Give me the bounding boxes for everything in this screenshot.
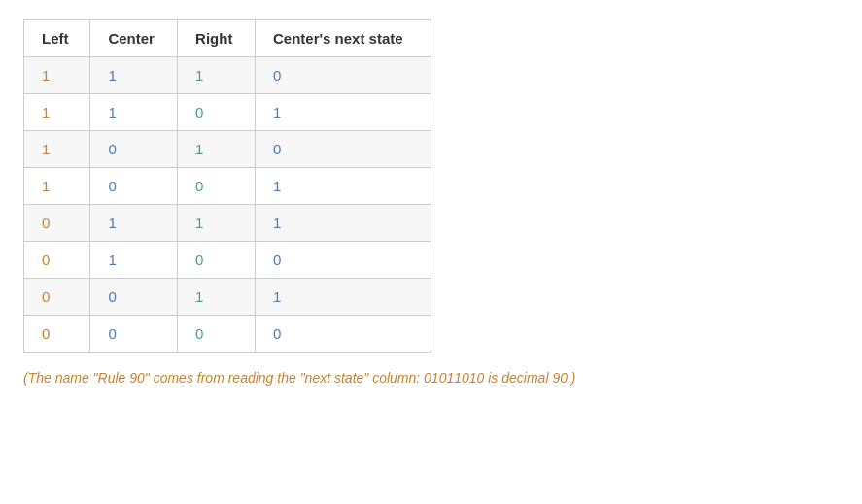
cell-right: 0 (178, 242, 256, 279)
table-row: 0000 (24, 316, 431, 353)
table-row: 0011 (24, 279, 431, 316)
cell-center: 1 (90, 57, 178, 94)
cell-next-state: 1 (255, 205, 431, 242)
cell-left: 1 (24, 57, 90, 94)
cell-right: 1 (178, 279, 256, 316)
cell-right: 1 (178, 205, 256, 242)
cell-right: 0 (178, 94, 256, 131)
table-row: 1101 (24, 94, 431, 131)
col-header-center: Center (90, 20, 178, 57)
table-row: 1110 (24, 57, 431, 94)
cell-next-state: 0 (255, 316, 431, 353)
cell-right: 0 (178, 168, 256, 205)
table-row: 1010 (24, 131, 431, 168)
cell-next-state: 0 (255, 131, 431, 168)
cell-next-state: 0 (255, 242, 431, 279)
footnote: (The name "Rule 90" comes from reading t… (23, 370, 839, 386)
cell-center: 0 (90, 316, 178, 353)
col-header-left: Left (24, 20, 90, 57)
col-header-next: Center's next state (255, 20, 431, 57)
cell-left: 1 (24, 131, 90, 168)
col-header-right: Right (178, 20, 256, 57)
cell-right: 1 (178, 131, 256, 168)
cell-right: 1 (178, 57, 256, 94)
cell-left: 0 (24, 205, 90, 242)
cell-left: 0 (24, 316, 90, 353)
cell-center: 1 (90, 94, 178, 131)
table-row: 0100 (24, 242, 431, 279)
cell-next-state: 1 (255, 168, 431, 205)
cell-center: 1 (90, 242, 178, 279)
cell-left: 1 (24, 94, 90, 131)
cell-next-state: 0 (255, 57, 431, 94)
cell-right: 0 (178, 316, 256, 353)
cell-left: 1 (24, 168, 90, 205)
rule-table: Left Center Right Center's next state 11… (23, 19, 431, 353)
cell-left: 0 (24, 242, 90, 279)
cell-left: 0 (24, 279, 90, 316)
cell-next-state: 1 (255, 279, 431, 316)
cell-center: 0 (90, 131, 178, 168)
cell-center: 0 (90, 279, 178, 316)
table-row: 0111 (24, 205, 431, 242)
cell-center: 1 (90, 205, 178, 242)
table-row: 1001 (24, 168, 431, 205)
cell-next-state: 1 (255, 94, 431, 131)
cell-center: 0 (90, 168, 178, 205)
